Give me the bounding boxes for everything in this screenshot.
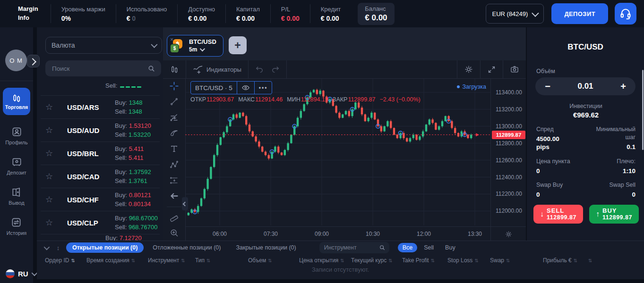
- trendline-tool[interactable]: [163, 94, 185, 109]
- sort-icon[interactable]: ⇅: [206, 258, 210, 263]
- sort-icon[interactable]: ⇅: [131, 258, 135, 263]
- watchlist-row[interactable]: ☆USD/AUDBuy: 1.53120Sell: 1.53220: [41, 119, 160, 142]
- chart-type-button[interactable]: [163, 60, 186, 78]
- price-axis[interactable]: 113400.00113200.00113000.00112800.001126…: [490, 78, 526, 226]
- text-tool[interactable]: [163, 141, 185, 157]
- sort-icon[interactable]: ⇅: [388, 258, 392, 263]
- sort-icon[interactable]: ⇅: [181, 258, 185, 263]
- buy-button[interactable]: ↑ BUY 112899.87: [589, 205, 639, 224]
- crosshair-tool[interactable]: [163, 78, 185, 94]
- language-selector[interactable]: RU: [6, 269, 36, 278]
- category-select[interactable]: Валюта: [45, 37, 162, 54]
- watchlist-row[interactable]: ☆USD/ARSBuy: 1348Sell: 1348: [41, 96, 160, 119]
- sort-icon[interactable]: ⇅: [71, 258, 75, 263]
- rail-divider: [167, 207, 181, 207]
- avatar[interactable]: О М: [5, 50, 27, 71]
- sell-button[interactable]: ↓ SELL 112899.87: [533, 205, 583, 224]
- legend-symbol[interactable]: BTC/USD · 5: [191, 82, 237, 94]
- star-icon[interactable]: ☆: [45, 126, 55, 134]
- positions-tab[interactable]: Отложенные позиции (0): [146, 242, 227, 253]
- watchlist-row[interactable]: ☆USD/CLPBuy: 968.67000Sell: 968.76700: [41, 211, 160, 234]
- zoom-in-tool[interactable]: [163, 225, 185, 241]
- forecast-tool[interactable]: [163, 173, 185, 188]
- account-select[interactable]: EUR (84249): [486, 4, 544, 24]
- filter-sell[interactable]: Sell: [419, 243, 438, 252]
- loading-label: Загрузка: [462, 83, 486, 90]
- star-icon[interactable]: ☆: [45, 195, 55, 204]
- filter-все[interactable]: Все: [398, 243, 418, 252]
- watchlist-row[interactable]: ☆USD/BRLBuy: 5.411Sell: 5.411: [41, 142, 160, 165]
- watchlist-panel: Валюта Sell: ☆USD/ARSBuy: 1348Sell: 1348…: [37, 27, 163, 241]
- instrument-icon: ฿ $: [172, 39, 184, 52]
- sidebar-expand-button[interactable]: [27, 55, 40, 67]
- column-header: Прибыль €⇅: [543, 257, 588, 264]
- stats-row: Swap Buy0Swap Sell0: [536, 181, 635, 199]
- redo-button[interactable]: [270, 60, 286, 78]
- chevron-down-icon: [200, 46, 205, 51]
- sidebar-item-торговля[interactable]: Торговля: [3, 88, 30, 115]
- legend-menu-button[interactable]: •••: [255, 82, 272, 94]
- watchlist-row-partial[interactable]: Sell:: [41, 83, 160, 96]
- timeframe-select[interactable]: 5m: [189, 46, 216, 53]
- sort-icon[interactable]: ⇅: [474, 258, 478, 263]
- chart-settings-button[interactable]: [457, 60, 480, 78]
- volume-value[interactable]: 0.01: [557, 82, 614, 91]
- axis-settings[interactable]: [490, 226, 526, 241]
- support-button[interactable]: [615, 3, 636, 25]
- sort-icon[interactable]: ⇅: [574, 258, 577, 263]
- collapse-panel-button[interactable]: [42, 244, 50, 251]
- fib-tool[interactable]: [163, 110, 185, 125]
- scrollbar[interactable]: [642, 70, 644, 150]
- sort-icon[interactable]: ⇅: [588, 258, 592, 263]
- positions-tab[interactable]: Открытые позиции (0): [66, 242, 144, 253]
- sort-icon[interactable]: ⇅: [268, 258, 272, 263]
- star-icon[interactable]: ☆: [45, 218, 55, 227]
- eye-icon[interactable]: [237, 82, 254, 94]
- pattern-tool[interactable]: [163, 157, 185, 173]
- undo-button[interactable]: [249, 60, 270, 78]
- account-select-value: EUR (84249): [492, 10, 528, 17]
- instrument-filter-input[interactable]: [323, 244, 379, 251]
- volume-increase-button[interactable]: +: [614, 77, 633, 95]
- sidebar-item-вывод[interactable]: Вывод: [9, 187, 24, 206]
- indicators-button[interactable]: Индикаторы: [186, 60, 248, 78]
- language-label: RU: [18, 270, 28, 278]
- ohlc-pair: МАКС112914.46: [238, 96, 283, 103]
- watchlist-row[interactable]: ☆USD/CADBuy: 1.37592Sell: 1.3761: [41, 165, 160, 188]
- star-icon[interactable]: ☆: [45, 172, 55, 181]
- ohlc-readout: ОТКР112903.67МАКС112914.46МИН112894.19ЗА…: [190, 96, 421, 103]
- deposit-button[interactable]: ДЕПОЗИТ: [551, 3, 608, 24]
- chart-tab-btcusd[interactable]: × ฿ $ BTC/USD 5m: [167, 35, 223, 57]
- watchlist-row-partial[interactable]: Buy: 7.12720: [41, 234, 160, 241]
- volume-decrease-button[interactable]: −: [538, 77, 557, 95]
- watchlist-row[interactable]: ☆USD/CHFBuy: 0.80121Sell: 0.80134: [41, 188, 160, 211]
- filter-buy[interactable]: Buy: [440, 243, 460, 252]
- sort-icon[interactable]: ⇅: [506, 258, 510, 263]
- time-tick: 07:30: [264, 231, 278, 237]
- sidebar-item-профиль[interactable]: Профиль: [5, 126, 28, 145]
- stat-: Минимальный шаг0.1: [588, 125, 635, 151]
- sidebar-item-история[interactable]: История: [7, 217, 27, 236]
- redo-icon: [271, 66, 280, 73]
- sidebar-item-label: Торговля: [5, 104, 28, 110]
- sort-icon[interactable]: ⇅: [431, 258, 435, 263]
- add-chart-button[interactable]: +: [229, 36, 247, 54]
- trade-panel: BTC/USD Объём − 0.01 + Инвестиции €969.6…: [526, 27, 644, 241]
- sort-icon[interactable]: ⇅: [340, 258, 344, 263]
- time-axis[interactable]: 06:0007:3009:0010:3012:0013:30: [185, 226, 490, 241]
- column-header: Инструмент⇅: [148, 257, 195, 264]
- metric-label: P/L: [281, 6, 300, 13]
- star-icon[interactable]: ☆: [45, 149, 55, 158]
- fullscreen-button[interactable]: [481, 60, 503, 78]
- ruler-tool[interactable]: [163, 209, 185, 225]
- star-icon[interactable]: ☆: [45, 103, 55, 111]
- sidebar-item-депозит[interactable]: Депозит: [7, 157, 26, 175]
- drawing-tools-rail: [163, 78, 186, 241]
- topbar-metric: P/L€ 0.00: [270, 4, 310, 23]
- resize-panel-handle[interactable]: ↕: [54, 244, 62, 251]
- sell-value-clipped: [120, 83, 143, 89]
- screenshot-button[interactable]: [503, 60, 526, 78]
- watchlist-search-input[interactable]: [51, 65, 147, 73]
- brush-tool[interactable]: [163, 125, 185, 141]
- positions-tab[interactable]: Закрытые позиции (0): [230, 242, 302, 253]
